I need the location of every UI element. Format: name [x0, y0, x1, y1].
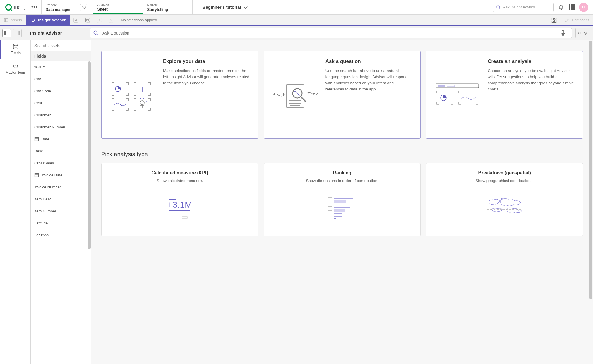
analysis-card[interactable]: RankingShow dimensions in order of contr… — [264, 163, 421, 236]
svg-line-46 — [140, 98, 141, 99]
chevron-down-icon — [244, 5, 247, 10]
back-icon — [97, 18, 102, 23]
tab-analyze[interactable]: Analyze Sheet — [93, 0, 143, 14]
svg-line-1 — [10, 9, 12, 11]
qlik-logo[interactable]: lik — [5, 3, 27, 11]
svg-point-60 — [299, 95, 300, 96]
rail-master-items[interactable]: Master items — [0, 59, 30, 79]
analysis-card-desc: Show calculated measure. — [109, 178, 251, 183]
asset-item-label: Cost — [34, 101, 42, 105]
insight-icon — [30, 18, 36, 23]
asset-item-label: Item Desc — [34, 197, 52, 201]
question-bar[interactable] — [90, 28, 572, 38]
asset-item[interactable]: Invoice Date — [31, 169, 91, 181]
scrollbar-thumb[interactable] — [589, 41, 592, 299]
svg-rect-26 — [18, 31, 20, 35]
microphone-button[interactable] — [557, 28, 569, 38]
language-selector[interactable]: en — [575, 28, 589, 38]
left-panel-toggle[interactable] — [2, 29, 11, 37]
ask-placeholder: Ask Insight Advisor — [503, 5, 535, 9]
bookmarks-button[interactable] — [547, 17, 561, 23]
user-avatar[interactable]: TL — [579, 3, 588, 12]
search-icon — [93, 30, 99, 36]
asset-item[interactable]: Desc — [31, 145, 91, 157]
panel-icon — [4, 18, 8, 22]
svg-rect-73 — [334, 196, 353, 199]
tab-narrate-small: Narrate — [147, 3, 186, 7]
more-menu-icon[interactable]: ••• — [31, 4, 38, 10]
intro-card-desc: Make selections in fields or master item… — [163, 68, 251, 86]
svg-rect-16 — [87, 19, 88, 21]
svg-point-49 — [274, 94, 275, 95]
asset-item[interactable]: %KEY — [31, 61, 91, 73]
svg-rect-35 — [35, 174, 39, 177]
asset-item-label: Date — [41, 137, 49, 141]
selections-tool-button[interactable] — [82, 18, 93, 23]
intro-card[interactable]: Ask a questionUse the search bar above t… — [264, 51, 421, 139]
asset-item[interactable]: Customer — [31, 109, 91, 121]
intro-illustration — [272, 58, 318, 131]
asset-search-input[interactable] — [34, 43, 88, 48]
svg-rect-20 — [554, 18, 556, 19]
svg-rect-12 — [74, 18, 78, 22]
analysis-cards: Calculated measure (KPI)Show calculated … — [101, 163, 583, 236]
asset-item[interactable]: Customer Number — [31, 121, 91, 133]
asset-item[interactable]: Item Number — [31, 205, 91, 217]
tab-prepare[interactable]: Prepare Data manager — [41, 0, 93, 14]
svg-rect-31 — [35, 138, 39, 141]
tab-narrate[interactable]: Narrate Storytelling — [143, 0, 193, 14]
app-launcher-icon[interactable] — [568, 4, 575, 11]
main-area: Fields Master items Fields %KEYCityCity … — [0, 40, 593, 364]
asset-item[interactable]: Location — [31, 229, 91, 241]
svg-rect-29 — [562, 30, 564, 34]
logo-area: lik ••• — [0, 0, 41, 14]
analysis-card[interactable]: Breakdown (geospatial)Show geographical … — [426, 163, 583, 236]
asset-item[interactable]: Item Desc — [31, 193, 91, 205]
asset-item-label: %KEY — [34, 65, 45, 69]
analysis-illustration — [272, 192, 413, 221]
asset-item-label: Invoice Date — [41, 173, 62, 177]
asset-item[interactable]: City — [31, 73, 91, 85]
smart-search-button[interactable] — [70, 18, 82, 23]
edit-sheet-button[interactable]: Edit sheet — [561, 18, 593, 23]
svg-point-50 — [278, 95, 279, 96]
rail-fields[interactable]: Fields — [0, 40, 30, 59]
step-forward-button[interactable] — [105, 18, 117, 23]
svg-point-61 — [308, 92, 309, 93]
notifications-button[interactable] — [558, 4, 564, 11]
svg-rect-82 — [334, 218, 336, 219]
asset-item[interactable]: Cost — [31, 97, 91, 109]
intro-illustration — [109, 58, 156, 131]
intro-card-title: Create an analysis — [488, 58, 575, 64]
asset-scrollbar[interactable] — [88, 61, 91, 364]
asset-search[interactable] — [31, 40, 91, 51]
asset-item[interactable]: Date — [31, 133, 91, 145]
toolbar: Assets Insight Advisor No selections app… — [0, 15, 593, 26]
asset-item[interactable]: Latitude — [31, 217, 91, 229]
intro-card[interactable]: Explore your dataMake selections in fiel… — [101, 51, 258, 139]
insight-advisor-button[interactable]: Insight Advisor — [26, 15, 70, 25]
right-panel-toggle[interactable] — [13, 29, 22, 37]
asset-item[interactable]: Invoice Number — [31, 181, 91, 193]
bell-icon — [558, 4, 564, 10]
tab-analyze-big: Sheet — [97, 7, 137, 11]
content-scrollbar[interactable] — [589, 40, 592, 363]
svg-rect-64 — [438, 85, 445, 87]
step-back-button[interactable] — [93, 18, 105, 23]
asset-item[interactable]: City Code — [31, 85, 91, 97]
asset-item-label: City Code — [34, 89, 51, 93]
analysis-card-desc: Show dimensions in order of contribution… — [272, 178, 413, 183]
intro-card-title: Explore your data — [163, 58, 251, 64]
intro-card[interactable]: Create an analysisChoose an analysis typ… — [426, 51, 583, 139]
svg-rect-77 — [334, 205, 350, 207]
analysis-card[interactable]: Calculated measure (KPI)Show calculated … — [101, 163, 258, 236]
assets-button[interactable]: Assets — [0, 15, 26, 25]
scrollbar-thumb[interactable] — [88, 61, 91, 249]
calendar-icon — [34, 173, 39, 177]
ask-insight-box[interactable]: Ask Insight Advisor — [493, 3, 554, 12]
question-input[interactable] — [102, 31, 557, 35]
svg-text:+3.1M: +3.1M — [167, 200, 192, 210]
app-title-area[interactable]: Beginner's tutorial — [193, 0, 488, 14]
prepare-dropdown[interactable] — [80, 4, 87, 11]
asset-item[interactable]: GrossSales — [31, 157, 91, 169]
